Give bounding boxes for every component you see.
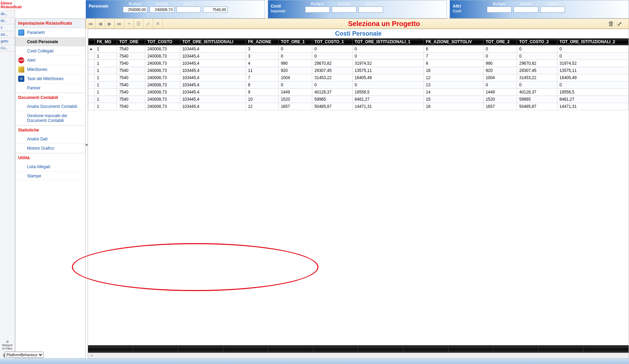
cell[interactable]: 7540 bbox=[117, 46, 145, 53]
cell[interactable]: 7540 bbox=[117, 81, 145, 89]
cell[interactable]: 1004 bbox=[483, 74, 517, 81]
cell[interactable]: 0 bbox=[279, 53, 312, 60]
table-row[interactable]: 17540240008,73103445,49144940126,3718556… bbox=[88, 89, 629, 96]
cell[interactable]: 14 bbox=[424, 89, 483, 96]
cell[interactable]: 18 bbox=[424, 103, 483, 110]
column-header[interactable]: FK_AZIONE_SOTTOLIV bbox=[424, 38, 483, 46]
sidebar-item[interactable]: Costi Collegati bbox=[15, 47, 85, 56]
cell[interactable]: 103445,4 bbox=[180, 74, 246, 81]
cell[interactable]: 240008,73 bbox=[145, 74, 180, 81]
cell[interactable]: 18556,5 bbox=[352, 89, 424, 96]
cell[interactable]: 11 bbox=[246, 67, 279, 74]
cell[interactable]: 3 bbox=[246, 46, 279, 53]
splitter-handle[interactable] bbox=[86, 144, 88, 146]
confirm-button[interactable]: ✓ bbox=[143, 19, 153, 28]
summary-input[interactable] bbox=[150, 7, 174, 13]
table-row[interactable]: 17540240008,73103445,4499029670,8231974,… bbox=[88, 60, 629, 67]
add-record-button[interactable]: ＋ bbox=[124, 19, 134, 28]
sidebar-item[interactable]: Stampe bbox=[15, 172, 85, 181]
table-row[interactable]: ▸17540240008,73103445,430006000 bbox=[88, 46, 629, 53]
rail-tab-2[interactable]: v bbox=[0, 24, 15, 31]
cell[interactable]: 13 bbox=[424, 81, 483, 89]
summary-input[interactable] bbox=[358, 7, 383, 13]
cell[interactable]: 7540 bbox=[117, 89, 145, 96]
cell[interactable]: 8461,27 bbox=[352, 96, 424, 103]
cell[interactable]: 40126,37 bbox=[517, 89, 557, 96]
cell[interactable]: 1 bbox=[95, 53, 117, 60]
nav-next-button[interactable]: ▶ bbox=[105, 19, 115, 28]
column-header[interactable]: FK_AZIONE bbox=[246, 38, 279, 46]
sidebar-item[interactable]: Task dei MileStones bbox=[15, 74, 85, 84]
cell[interactable]: 50485,87 bbox=[517, 103, 557, 110]
summary-input[interactable] bbox=[540, 7, 565, 13]
cell[interactable]: 10 bbox=[246, 96, 279, 103]
cell[interactable]: 16405,49 bbox=[557, 74, 629, 81]
sidebar-item[interactable]: Partner bbox=[15, 84, 85, 93]
cell[interactable]: 0 bbox=[352, 81, 424, 89]
rail-tab-0[interactable]: dic... bbox=[0, 11, 15, 17]
column-header[interactable]: FK_MG bbox=[95, 38, 117, 46]
cell[interactable]: 13575,11 bbox=[352, 67, 424, 74]
cell[interactable]: 59965 bbox=[517, 96, 557, 103]
cell[interactable]: 240008,73 bbox=[145, 96, 180, 103]
cell[interactable]: 1 bbox=[95, 60, 117, 67]
table-row[interactable]: 17540240008,73103445,412165750485,871447… bbox=[88, 103, 629, 110]
cell[interactable]: 7 bbox=[246, 74, 279, 81]
cell[interactable]: 12 bbox=[424, 74, 483, 81]
summary-input[interactable] bbox=[305, 7, 330, 13]
column-header[interactable]: TOT_ORE bbox=[117, 38, 145, 46]
grid-hscroll[interactable]: < bbox=[88, 353, 629, 358]
cell[interactable]: 1657 bbox=[483, 103, 517, 110]
cell[interactable]: 1520 bbox=[483, 96, 517, 103]
cell[interactable]: 1449 bbox=[483, 89, 517, 96]
column-header[interactable]: TOT_ORE_ISTITUZIONALI_2 bbox=[557, 38, 629, 46]
cell[interactable]: 103445,4 bbox=[180, 67, 246, 74]
cell[interactable]: 40126,37 bbox=[312, 89, 353, 96]
cell[interactable]: 31974,52 bbox=[557, 60, 629, 67]
cell[interactable]: 8461,27 bbox=[557, 96, 629, 103]
sidebar-item[interactable]: Gestione manuale dei Documenti Contabili bbox=[15, 111, 85, 125]
cell[interactable]: 1 bbox=[95, 96, 117, 103]
table-row[interactable]: 17540240008,73103445,4800013000 bbox=[88, 81, 629, 89]
delete-button[interactable]: 🗑 bbox=[605, 20, 617, 27]
cell[interactable]: 1449 bbox=[279, 89, 312, 96]
cell[interactable]: 4 bbox=[246, 60, 279, 67]
sidebar-item[interactable]: Parametri bbox=[15, 28, 85, 37]
cell[interactable]: 1 bbox=[95, 89, 117, 96]
cell[interactable]: 240008,73 bbox=[145, 53, 180, 60]
cell[interactable]: 0 bbox=[483, 53, 517, 60]
cell[interactable]: 1657 bbox=[279, 103, 312, 110]
table-row[interactable]: 17540240008,73103445,47100431453,2216405… bbox=[88, 74, 629, 81]
cell[interactable]: 7 bbox=[424, 53, 483, 60]
cell[interactable]: 7540 bbox=[117, 53, 145, 60]
cell[interactable]: 7540 bbox=[117, 103, 145, 110]
rail-tab-3[interactable]: ssi... bbox=[0, 31, 15, 38]
column-header[interactable]: TOT_COSTO bbox=[145, 38, 180, 46]
platform-behaviour-select[interactable]: PlatformBehaviour bbox=[5, 352, 43, 358]
cell[interactable]: 1520 bbox=[279, 96, 312, 103]
cell[interactable]: 18556,5 bbox=[557, 89, 629, 96]
cell[interactable]: 15 bbox=[424, 96, 483, 103]
cell[interactable]: 920 bbox=[279, 67, 312, 74]
cell[interactable]: 103445,4 bbox=[180, 53, 246, 60]
sidebar-item[interactable]: MileStones bbox=[15, 65, 85, 74]
cell[interactable]: 0 bbox=[483, 81, 517, 89]
rail-tab-1[interactable]: ist... bbox=[0, 17, 15, 24]
cell[interactable]: 0 bbox=[517, 46, 557, 53]
rail-tab-4[interactable]: getto bbox=[0, 38, 15, 45]
cell[interactable]: 16405,49 bbox=[352, 74, 424, 81]
sidebar-item[interactable]: Motore Grafico bbox=[15, 144, 85, 153]
nav-prev-button[interactable]: ◀ bbox=[96, 19, 105, 28]
summary-input[interactable] bbox=[123, 7, 148, 13]
cell[interactable]: 103445,4 bbox=[180, 96, 246, 103]
cell[interactable]: 0 bbox=[279, 81, 312, 89]
column-header[interactable]: TOT_COSTO_1 bbox=[312, 38, 353, 46]
sidebar-item[interactable]: Costi Personale bbox=[15, 37, 85, 47]
cell[interactable]: 7540 bbox=[117, 60, 145, 67]
column-header[interactable]: TOT_ORE_ISTITUZIONALI bbox=[180, 38, 246, 46]
cell[interactable]: 29670,82 bbox=[517, 60, 557, 67]
sidebar-item[interactable]: Analisi Dati bbox=[15, 135, 85, 144]
cell[interactable]: 31453,22 bbox=[517, 74, 557, 81]
column-header[interactable]: TOT_ORE_2 bbox=[483, 38, 517, 46]
rail-tab-5[interactable]: Co... bbox=[0, 45, 15, 52]
